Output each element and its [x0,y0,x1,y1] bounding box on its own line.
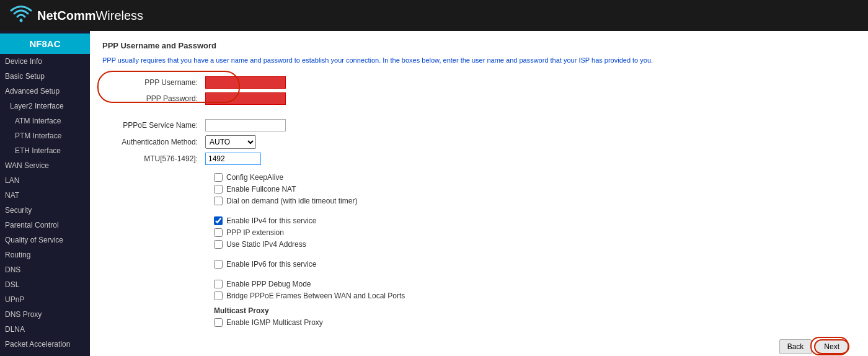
sidebar-item-atm-interface[interactable]: ATM Interface [0,113,90,128]
password-label: PPP Password: [102,91,202,107]
wifi-logo-icon [10,5,32,27]
form-table: PPP Username: PPP Password: [102,74,290,107]
sidebar-item-routing[interactable]: Routing [0,247,90,262]
config-keepalive-label: Config KeepAlive [226,173,283,182]
next-button[interactable]: Next [814,339,849,354]
pppoe-service-label: PPPoE Service Name: [102,117,202,133]
pppoe-service-row: PPPoE Service Name: [102,117,290,133]
multicast-section-title: Multicast Proxy [102,306,856,315]
username-row: PPP Username: [102,74,290,91]
bridge-pppoe-label: Bridge PPPoE Frames Between WAN and Loca… [226,291,405,300]
enable-ipv4-row: Enable IPv4 for this service [102,216,856,225]
sidebar: NF8AC Device Info Basic Setup Advanced S… [0,31,90,356]
sidebar-item-eth-interface[interactable]: ETH Interface [0,143,90,158]
bridge-pppoe-row: Bridge PPPoE Frames Between WAN and Loca… [102,291,856,300]
sidebar-item-storage-service[interactable]: Storage Service [0,352,90,356]
enable-igmp-row: Enable IGMP Multicast Proxy [102,318,856,327]
content-area: PPP Username and Password PPP usually re… [90,31,868,356]
pppoe-service-input[interactable] [205,119,286,131]
auth-method-label: Authentication Method: [102,133,202,151]
password-input[interactable] [205,92,286,105]
sidebar-item-advanced-setup[interactable]: Advanced Setup [0,84,90,99]
sidebar-item-quality-of-service[interactable]: Quality of Service [0,233,90,247]
use-static-ipv4-checkbox[interactable] [214,240,223,249]
dial-on-demand-row: Dial on demand (with idle timeout timer) [102,197,856,205]
sidebar-item-parental-control[interactable]: Parental Control [0,218,90,233]
header: NetCommWireless [0,0,868,31]
enable-fullcone-label: Enable Fullcone NAT [226,185,296,194]
section-desc: PPP usually requires that you have a use… [102,55,856,66]
dial-on-demand-checkbox[interactable] [214,197,223,205]
config-keepalive-row: Config KeepAlive [102,173,856,182]
main-layout: NF8AC Device Info Basic Setup Advanced S… [0,31,868,356]
enable-igmp-checkbox[interactable] [214,318,223,327]
username-input[interactable] [205,76,286,89]
mtu-row: MTU[576-1492]: [102,151,290,167]
sidebar-item-security[interactable]: Security [0,203,90,218]
enable-ipv6-row: Enable IPv6 for this service [102,260,856,269]
enable-ppp-debug-label: Enable PPP Debug Mode [226,280,311,288]
sidebar-item-wan-service[interactable]: WAN Service [0,158,90,173]
sidebar-item-upnp[interactable]: UPnP [0,292,90,307]
auth-method-row: Authentication Method: AUTO PAP CHAP MS-… [102,133,290,151]
enable-fullcone-row: Enable Fullcone NAT [102,185,856,194]
enable-ipv6-label: Enable IPv6 for this service [226,260,316,269]
use-static-ipv4-row: Use Static IPv4 Address [102,240,856,249]
sidebar-item-basic-setup[interactable]: Basic Setup [0,69,90,84]
sidebar-item-dns[interactable]: DNS [0,262,90,277]
sidebar-item-device-info[interactable]: Device Info [0,54,90,69]
enable-fullcone-checkbox[interactable] [214,185,223,194]
enable-ppp-debug-row: Enable PPP Debug Mode [102,280,856,288]
logo: NetCommWireless [10,5,143,27]
sidebar-item-lan[interactable]: LAN [0,173,90,188]
form-table-extra: PPPoE Service Name: Authentication Metho… [102,117,290,167]
sidebar-device-name: NF8AC [0,33,90,54]
bridge-pppoe-checkbox[interactable] [214,291,223,300]
password-row: PPP Password: [102,91,290,107]
sidebar-item-packet-acceleration[interactable]: Packet Acceleration [0,337,90,352]
back-button[interactable]: Back [779,339,812,354]
sidebar-item-nat[interactable]: NAT [0,188,90,203]
dial-on-demand-label: Dial on demand (with idle timeout timer) [226,197,357,205]
ppp-ip-extension-checkbox[interactable] [214,228,223,237]
ppp-ip-extension-row: PPP IP extension [102,228,856,237]
enable-ipv4-label: Enable IPv4 for this service [226,216,316,225]
logo-text: NetCommWireless [37,9,143,23]
svg-point-0 [20,19,23,22]
sidebar-item-layer2-interface[interactable]: Layer2 Interface [0,99,90,113]
mtu-label: MTU[576-1492]: [102,151,202,167]
enable-ipv6-checkbox[interactable] [214,260,223,269]
mtu-input[interactable] [205,153,261,165]
sidebar-item-ptm-interface[interactable]: PTM Interface [0,128,90,143]
username-label: PPP Username: [102,74,202,91]
config-keepalive-checkbox[interactable] [214,173,223,182]
sidebar-item-dsl[interactable]: DSL [0,277,90,292]
ppp-ip-extension-label: PPP IP extension [226,228,284,237]
auth-method-select[interactable]: AUTO PAP CHAP MS-CHAP [205,135,256,149]
sidebar-item-dlna[interactable]: DLNA [0,322,90,337]
use-static-ipv4-label: Use Static IPv4 Address [226,240,306,249]
section-title: PPP Username and Password [102,41,856,50]
enable-ppp-debug-checkbox[interactable] [214,280,223,288]
enable-igmp-label: Enable IGMP Multicast Proxy [226,318,323,327]
button-row: Back Next [102,339,856,354]
sidebar-item-dns-proxy[interactable]: DNS Proxy [0,307,90,322]
enable-ipv4-checkbox[interactable] [214,216,223,225]
